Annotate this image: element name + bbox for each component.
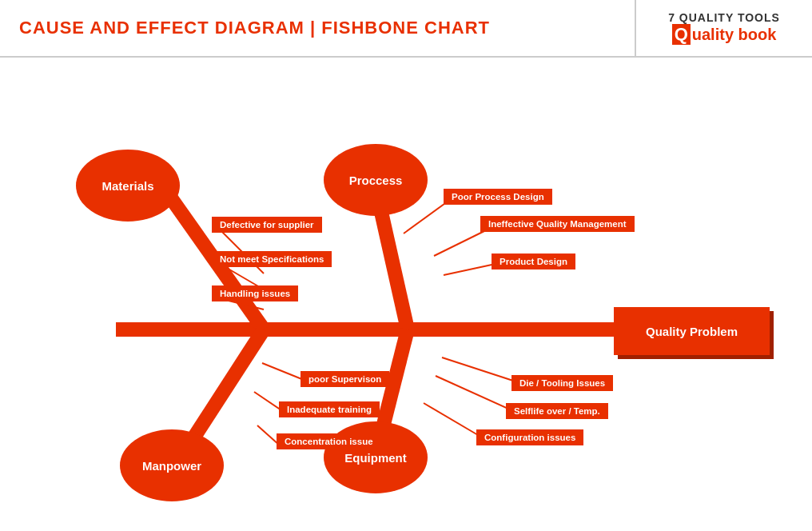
logo-top-text: 7 QUALITY TOOLS [668, 11, 780, 24]
svg-line-16 [436, 376, 510, 409]
logo-bottom-text: Q uality book [672, 24, 777, 45]
svg-line-17 [424, 403, 478, 435]
svg-line-10 [434, 230, 488, 256]
logo-q: Q [672, 24, 691, 45]
page-title: CAUSE AND EFFECT DIAGRAM | FISHBONE CHAR… [19, 18, 490, 38]
svg-line-11 [444, 264, 496, 275]
equipment-node: Equipment [324, 421, 428, 493]
ineffective-label: Ineffective Quality Management [480, 216, 635, 232]
handling-label: Handling issues [212, 285, 298, 301]
defective-label: Defective for supplier [212, 217, 322, 233]
logo-text: uality book [692, 26, 777, 44]
product-design-label: Product Design [492, 254, 575, 269]
process-node: Proccess [324, 144, 428, 216]
header: CAUSE AND EFFECT DIAGRAM | FISHBONE CHAR… [0, 0, 812, 58]
poor-supervision-label: poor Supervison [301, 371, 389, 387]
svg-line-15 [442, 357, 515, 381]
config-label: Configuration issues [476, 429, 583, 445]
title-area: CAUSE AND EFFECT DIAGRAM | FISHBONE CHAR… [0, 0, 636, 56]
poor-process-label: Poor Process Design [444, 189, 552, 205]
materials-node: Materials [76, 150, 180, 222]
die-tooling-label: Die / Tooling Issues [511, 375, 613, 391]
manpower-node: Manpower [120, 429, 224, 501]
concentration-label: Concentration issue [277, 433, 381, 449]
inadequate-label: Inadequate training [279, 401, 380, 417]
logo-area: 7 QUALITY TOOLS Q uality book [636, 0, 812, 56]
quality-problem-box: Quality Problem [614, 307, 770, 355]
selflife-label: Selflife over / Temp. [506, 403, 608, 419]
diagram-area: Materials Proccess Manpower Equipment De… [0, 58, 812, 531]
main-container: CAUSE AND EFFECT DIAGRAM | FISHBONE CHAR… [0, 0, 812, 531]
not-meet-label: Not meet Specifications [212, 251, 332, 267]
svg-line-12 [262, 363, 304, 380]
